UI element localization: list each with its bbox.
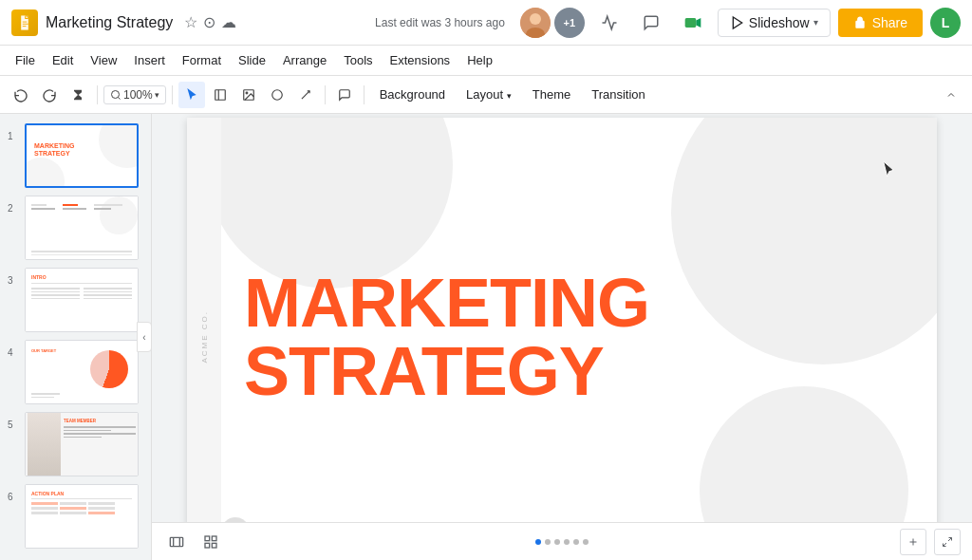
app-logo[interactable]: [11, 9, 38, 36]
bottom-toolbar: [152, 522, 972, 560]
menu-extensions[interactable]: Extensions: [383, 49, 458, 71]
star-icon[interactable]: ☆: [184, 13, 197, 31]
top-bar: Marketing Strategy ☆ ⊙ ☁ Last edit was 3…: [0, 0, 972, 46]
user-avatar[interactable]: L: [930, 8, 961, 38]
slide-num-3: 3: [8, 268, 19, 286]
background-button[interactable]: Background: [370, 84, 455, 105]
slideshow-button[interactable]: Slideshow ▾: [718, 9, 831, 37]
slideshow-label: Slideshow: [749, 15, 810, 30]
menu-arrange[interactable]: Arrange: [275, 49, 334, 71]
slide-thumb-2[interactable]: 2: [4, 194, 147, 262]
menu-edit[interactable]: Edit: [45, 49, 81, 71]
main-layout: 1 MARKETING STRATEGY 2: [0, 114, 972, 560]
collaborator-avatar-2[interactable]: +1: [554, 8, 585, 38]
add-to-slide-button[interactable]: [900, 529, 926, 555]
slide-thumb-4[interactable]: 4 OUR TARGET: [4, 338, 147, 406]
slide-title-line2: STRATEGY: [244, 337, 649, 405]
slide-preview-4: OUR TARGET: [25, 340, 139, 404]
svg-line-26: [948, 537, 952, 541]
theme-button[interactable]: Theme: [523, 84, 580, 105]
canvas-area[interactable]: ACME CO. M MARKETING STRATEGY: [152, 114, 972, 560]
cursor-tool[interactable]: [178, 82, 205, 108]
slide-main-text: MARKETING STRATEGY: [244, 269, 649, 405]
collapse-toolbar-button[interactable]: [938, 82, 964, 108]
slide-num-4: 4: [8, 340, 19, 358]
menu-insert[interactable]: Insert: [126, 49, 173, 71]
svg-rect-21: [212, 536, 216, 541]
bg-shape-2: [206, 118, 453, 289]
separator-4: [364, 85, 364, 104]
share-label: Share: [872, 15, 907, 30]
expand-button[interactable]: [934, 529, 961, 555]
paint-format-button[interactable]: [65, 82, 91, 108]
grid-view-button[interactable]: [197, 529, 224, 555]
svg-rect-20: [205, 536, 210, 541]
svg-point-9: [112, 90, 120, 98]
slide-thumb-3[interactable]: 3 INTRO: [4, 266, 147, 334]
drive-icon[interactable]: ⊙: [203, 13, 215, 31]
svg-line-10: [118, 97, 120, 99]
image-tool[interactable]: [235, 82, 262, 108]
menu-tools[interactable]: Tools: [336, 49, 380, 71]
toolbar: 100% ▾ Background Layout ▾ Theme Transit…: [0, 76, 972, 114]
layout-label: Layout: [466, 87, 503, 102]
svg-point-4: [530, 13, 541, 25]
doc-title[interactable]: Marketing Strategy: [46, 14, 173, 31]
menu-view[interactable]: View: [83, 49, 124, 71]
svg-rect-22: [205, 543, 210, 548]
page-dot-1: [535, 539, 541, 545]
svg-rect-2: [23, 26, 27, 27]
svg-rect-11: [215, 89, 225, 100]
collapse-panel-button[interactable]: ‹: [137, 322, 152, 352]
menu-help[interactable]: Help: [459, 49, 500, 71]
zoom-chevron: ▾: [155, 90, 159, 100]
comments-button[interactable]: [634, 6, 668, 40]
slides-panel: 1 MARKETING STRATEGY 2: [0, 114, 152, 560]
svg-line-16: [302, 90, 309, 98]
slide-num-1: 1: [8, 123, 19, 141]
page-dot-2: [545, 539, 551, 545]
slide-preview-3: INTRO: [25, 268, 139, 332]
page-indicators: [535, 539, 589, 545]
page-dot-5: [573, 539, 579, 545]
svg-marker-7: [696, 18, 701, 28]
avatar-group: +1: [520, 8, 585, 38]
slide-preview-6: ACTION PLAN: [25, 484, 139, 549]
main-slide-canvas[interactable]: ACME CO. M MARKETING STRATEGY: [187, 118, 937, 557]
line-tool[interactable]: [292, 82, 319, 108]
zoom-level: 100%: [123, 88, 153, 102]
meet-button[interactable]: [676, 6, 710, 40]
collaborator-avatar-1[interactable]: [520, 8, 551, 38]
layout-chevron: ▾: [507, 91, 512, 101]
svg-line-27: [944, 543, 947, 547]
undo-button[interactable]: [8, 82, 34, 108]
analytics-button[interactable]: [592, 6, 626, 40]
bottom-right: [900, 529, 961, 555]
shapes-tool[interactable]: [264, 82, 290, 108]
svg-rect-17: [170, 537, 182, 546]
filmstrip-view-button[interactable]: [163, 529, 190, 555]
redo-button[interactable]: [36, 82, 63, 108]
menu-slide[interactable]: Slide: [231, 49, 273, 71]
layout-button[interactable]: Layout ▾: [457, 84, 521, 105]
slideshow-chevron: ▾: [813, 17, 818, 28]
toolbar-right: [938, 82, 964, 108]
zoom-control[interactable]: 100% ▾: [103, 85, 166, 104]
slide-thumb-1[interactable]: 1 MARKETING STRATEGY: [4, 121, 147, 190]
svg-rect-23: [212, 543, 216, 548]
slide-num-6: 6: [8, 484, 19, 502]
last-edit-text: Last edit was 3 hours ago: [375, 16, 505, 29]
title-icons: ☆ ⊙ ☁: [184, 13, 236, 31]
menu-format[interactable]: Format: [175, 49, 229, 71]
transition-button[interactable]: Transition: [582, 84, 655, 105]
menu-file[interactable]: File: [8, 49, 43, 71]
textbox-tool[interactable]: [207, 82, 234, 108]
slide-left-bar: ACME CO.: [187, 118, 221, 557]
share-button[interactable]: Share: [838, 9, 923, 37]
slide-thumb-6[interactable]: 6 ACTION PLAN: [4, 482, 147, 551]
menu-bar: File Edit View Insert Format Slide Arran…: [0, 46, 972, 76]
cloud-icon[interactable]: ☁: [221, 13, 236, 31]
comment-tool[interactable]: [331, 82, 358, 108]
slide-thumb-5[interactable]: 5 TEAM MEMBER: [4, 410, 147, 478]
slide-num-2: 2: [8, 196, 19, 214]
